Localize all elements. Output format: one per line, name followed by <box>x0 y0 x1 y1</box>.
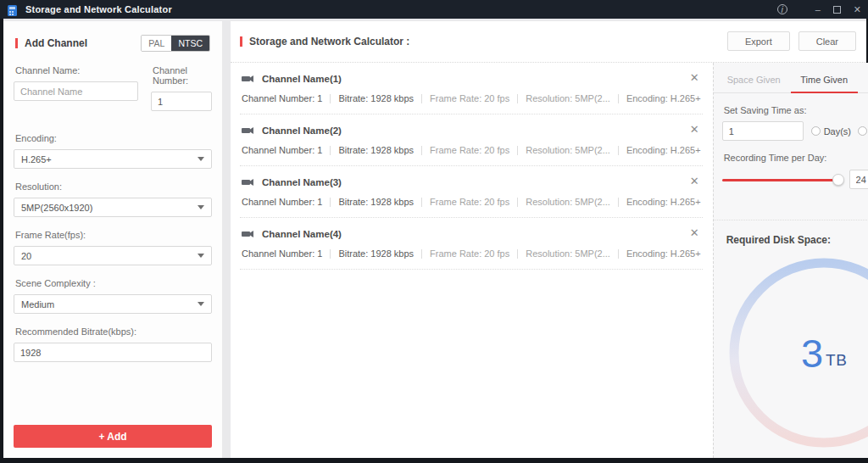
channel-details: Channel Number: 1Bitrate: 1928 kbpsFrame… <box>242 144 701 155</box>
bitrate-input[interactable] <box>14 343 212 362</box>
chevron-down-icon <box>198 302 204 306</box>
channel-row: Channel Name(4) ✕ Channel Number: 1Bitra… <box>240 218 703 270</box>
channel-number-text: Channel Number: 1 <box>242 145 322 155</box>
channel-number-input[interactable] <box>151 92 212 111</box>
frame-rate-select[interactable]: 20 <box>14 246 212 265</box>
video-standard-toggle: PAL NTSC <box>141 35 210 52</box>
frame-rate-text: Frame Rate: 20 fps <box>430 145 509 155</box>
remove-channel-icon[interactable]: ✕ <box>690 175 699 187</box>
saving-time-input[interactable] <box>722 121 804 141</box>
divider <box>618 146 619 155</box>
results-panel: Space Given Time Given Bandwidth Set Sav… <box>713 63 868 458</box>
window-title: Storage and Network Calculator <box>25 4 172 14</box>
divider <box>421 94 422 103</box>
content-area: Add Channel PAL NTSC Channel Name: Chann… <box>3 19 866 458</box>
channel-number-text: Channel Number: 1 <box>242 93 322 103</box>
calculator-body: Channel Name(1) ✕ Channel Number: 1Bitra… <box>231 63 866 458</box>
saving-time-label: Set Saving Time as: <box>724 105 868 115</box>
info-icon[interactable]: i <box>777 4 787 14</box>
radio-icon <box>858 126 867 136</box>
tab-bandwidth[interactable]: Bandwidth <box>860 75 868 92</box>
resolution-label: Resolution: <box>15 181 210 192</box>
divider <box>714 220 868 220</box>
channel-name-label: Channel Name: <box>15 65 136 75</box>
divider <box>618 249 619 259</box>
add-channel-title: Add Channel <box>25 37 87 49</box>
divider <box>618 198 619 207</box>
resolution-text: Resolution: 5MP(2... <box>526 197 610 207</box>
encoding-select[interactable]: H.265+ <box>14 149 212 169</box>
chevron-down-icon <box>198 157 204 161</box>
chevron-down-icon <box>198 205 204 209</box>
remove-channel-icon[interactable]: ✕ <box>690 123 699 136</box>
minimize-button[interactable]: – <box>815 5 821 14</box>
radio-weeks[interactable]: Week(s) <box>858 126 868 137</box>
remove-channel-icon[interactable]: ✕ <box>690 226 699 239</box>
add-channel-button[interactable]: + Add <box>14 425 212 448</box>
channel-name-input[interactable] <box>14 81 138 101</box>
bitrate-text: Bitrate: 1928 kbps <box>338 145 414 155</box>
encoding-text: Encoding: H.265+ <box>626 145 701 155</box>
camera-icon <box>242 230 254 238</box>
bitrate-text: Bitrate: 1928 kbps <box>338 93 414 103</box>
resolution-text: Resolution: 5MP(2... <box>526 93 610 103</box>
divider <box>421 198 422 207</box>
radio-days[interactable]: Day(s) <box>811 126 851 137</box>
maximize-button[interactable] <box>833 6 841 14</box>
divider <box>517 94 518 103</box>
app-logo-icon <box>7 4 18 15</box>
tab-time-given[interactable]: Time Given <box>789 75 860 92</box>
divider <box>330 94 331 103</box>
recording-hours-input[interactable] <box>849 170 868 189</box>
encoding-text: Encoding: H.265+ <box>626 93 701 103</box>
pal-option[interactable]: PAL <box>142 36 171 51</box>
export-button[interactable]: Export <box>727 31 790 51</box>
recording-time-slider[interactable] <box>722 174 838 186</box>
channel-details: Channel Number: 1Bitrate: 1928 kbpsFrame… <box>242 248 701 259</box>
app-window: Storage and Network Calculator i – ✕ Add… <box>0 0 868 463</box>
scene-complexity-label: Scene Complexity : <box>15 278 210 288</box>
frame-rate-label: Frame Rate(fps): <box>15 230 210 240</box>
calculator-panel: Storage and Network Calculator : Export … <box>231 21 866 458</box>
channel-row: Channel Name(1) ✕ Channel Number: 1Bitra… <box>240 63 703 114</box>
window-controls: i – ✕ <box>777 4 861 14</box>
channel-row: Channel Name(2) ✕ Channel Number: 1Bitra… <box>240 114 703 166</box>
close-button[interactable]: ✕ <box>854 5 861 14</box>
encoding-label: Encoding: <box>15 133 210 143</box>
resolution-text: Resolution: 5MP(2... <box>526 145 610 155</box>
channel-number-label: Channel Number: <box>153 65 210 86</box>
ntsc-option[interactable]: NTSC <box>171 36 209 51</box>
remove-channel-icon[interactable]: ✕ <box>690 71 699 84</box>
bitrate-text: Bitrate: 1928 kbps <box>338 197 414 207</box>
channel-row: Channel Name(3) ✕ Channel Number: 1Bitra… <box>240 166 703 218</box>
frame-rate-text: Frame Rate: 20 fps <box>430 93 509 103</box>
encoding-value: H.265+ <box>21 154 198 165</box>
divider <box>517 198 518 207</box>
disk-space-gauge: 3 TB <box>726 254 868 451</box>
divider <box>618 94 619 103</box>
active-tab-underline <box>791 92 858 93</box>
red-accent-bar <box>15 38 18 48</box>
channel-name: Channel Name(4) <box>262 229 342 239</box>
frame-rate-value: 20 <box>21 251 198 261</box>
clear-button[interactable]: Clear <box>798 31 856 51</box>
channel-name: Channel Name(3) <box>262 177 342 187</box>
required-disk-space-label: Required Disk Space: <box>726 234 868 246</box>
resolution-value: 5MP(2560x1920) <box>21 203 198 213</box>
gauge-value-group: 3 TB <box>726 254 868 451</box>
channel-name: Channel Name(2) <box>262 126 342 136</box>
add-channel-heading: Add Channel PAL NTSC <box>15 35 210 52</box>
scene-complexity-select[interactable]: Medium <box>14 294 212 314</box>
encoding-text: Encoding: H.265+ <box>626 248 701 259</box>
channel-details: Channel Number: 1Bitrate: 1928 kbpsFrame… <box>242 92 701 103</box>
resolution-select[interactable]: 5MP(2560x1920) <box>14 198 212 217</box>
red-accent-bar <box>240 36 242 47</box>
divider <box>421 249 422 259</box>
scene-complexity-value: Medium <box>21 299 198 310</box>
divider <box>330 249 331 259</box>
frame-rate-text: Frame Rate: 20 fps <box>430 248 509 259</box>
slider-handle[interactable] <box>832 174 844 186</box>
bitrate-label: Recommended Bitrate(kbps): <box>15 326 210 337</box>
divider <box>330 198 331 207</box>
tab-space-given[interactable]: Space Given <box>719 75 789 92</box>
